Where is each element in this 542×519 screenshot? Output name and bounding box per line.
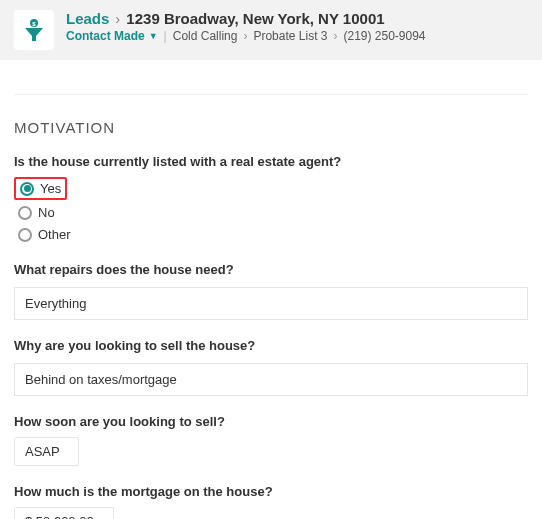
chevron-right-icon: ›: [333, 29, 337, 43]
radio-icon: [20, 182, 34, 196]
chevron-down-icon: ▼: [149, 31, 158, 41]
question-why-sell: Why are you looking to sell the house?: [14, 338, 528, 353]
radio-icon: [18, 206, 32, 220]
radio-option-no[interactable]: No: [14, 203, 59, 222]
breadcrumb-list[interactable]: Probate List 3: [253, 29, 327, 43]
radio-option-yes[interactable]: Yes: [14, 177, 67, 200]
radio-label: Yes: [40, 181, 61, 196]
radio-label: No: [38, 205, 55, 220]
question-mortgage: How much is the mortgage on the house?: [14, 484, 528, 499]
section-title: MOTIVATION: [14, 119, 528, 136]
chevron-right-icon: ›: [115, 10, 120, 27]
question-how-soon: How soon are you looking to sell?: [14, 414, 528, 429]
page-header: $ Leads › 1239 Broadway, New York, NY 10…: [0, 0, 542, 60]
breadcrumb-secondary: Contact Made ▼ | Cold Calling › Probate …: [66, 29, 528, 43]
breadcrumb-source[interactable]: Cold Calling: [173, 29, 238, 43]
status-dropdown[interactable]: Contact Made ▼: [66, 29, 158, 43]
section-divider: [14, 94, 528, 95]
question-listed-agent: Is the house currently listed with a rea…: [14, 154, 528, 169]
radio-group-listed: Yes No Other: [14, 177, 528, 244]
content-area: MOTIVATION Is the house currently listed…: [0, 94, 542, 519]
radio-option-other[interactable]: Other: [14, 225, 75, 244]
radio-label: Other: [38, 227, 71, 242]
repairs-input[interactable]: [14, 287, 528, 320]
status-label: Contact Made: [66, 29, 145, 43]
why-sell-input[interactable]: [14, 363, 528, 396]
divider-pipe: |: [164, 29, 167, 43]
radio-icon: [18, 228, 32, 242]
breadcrumb-address: 1239 Broadway, New York, NY 10001: [126, 10, 384, 27]
chevron-right-icon: ›: [243, 29, 247, 43]
breadcrumb-primary: Leads › 1239 Broadway, New York, NY 1000…: [66, 10, 528, 27]
question-repairs: What repairs does the house need?: [14, 262, 528, 277]
breadcrumb-leads[interactable]: Leads: [66, 10, 109, 27]
how-soon-input[interactable]: [14, 437, 79, 466]
lead-funnel-icon: $: [14, 10, 54, 50]
breadcrumb-phone[interactable]: (219) 250-9094: [343, 29, 425, 43]
mortgage-input[interactable]: [14, 507, 114, 519]
